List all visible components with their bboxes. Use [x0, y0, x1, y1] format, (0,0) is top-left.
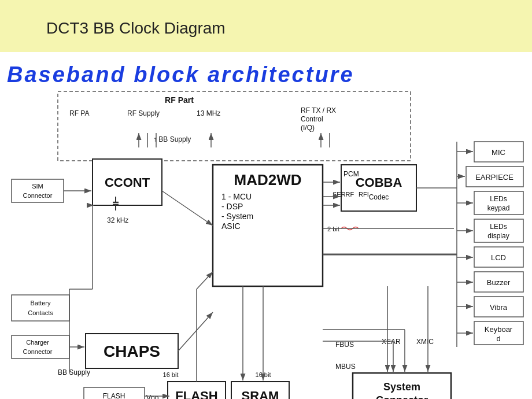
keyboard-label2: d — [496, 334, 500, 343]
32khz-label: 32 kHz — [107, 216, 128, 224]
keyboard-label1: Keyboar — [485, 325, 513, 334]
bb-supply-bottom-label: BB Supply — [58, 368, 90, 376]
lcd-label: LCD — [491, 253, 506, 262]
chaps-label: CHAPS — [104, 342, 160, 360]
xmic-label: XMIC — [416, 338, 434, 346]
mad2wd-sub3: - System — [221, 212, 253, 221]
sim-connector-label1: SIM — [32, 183, 43, 190]
xear-label: XEAR — [382, 338, 401, 346]
leds-display-label2: display — [487, 232, 509, 240]
ccont-label: CCONT — [105, 175, 150, 190]
flash-label: FLASH — [175, 389, 217, 399]
13mhz-label: 13 MHz — [197, 109, 220, 117]
header: DCT3 BB Clock Diagram — [0, 0, 532, 52]
leds-keypad-label1: LEDs — [490, 195, 507, 203]
diagram-area: Baseband block architecture RF Part RF P… — [0, 52, 532, 399]
bb-supply-rf-label: ↑ BB Supply — [153, 135, 191, 143]
sram-label: SRAM — [242, 389, 279, 399]
sim-connector-label2: Connector — [23, 192, 53, 199]
mic-label: MIC — [492, 148, 505, 157]
page-title: DCT3 BB Clock Diagram — [46, 19, 226, 38]
rftxrx-label2: Control — [301, 115, 323, 123]
earpiece-label: EARPIECE — [475, 173, 513, 182]
2bit-label: 2 bit — [327, 226, 339, 232]
flash-protection-label1: FLASH — [103, 392, 125, 399]
mad2wd-sub1: 1 - MCU — [221, 192, 252, 201]
buzzer-label: Buzzer — [487, 278, 511, 287]
mbus-label: MBUS — [335, 363, 356, 371]
cobba-label: COBBA — [356, 175, 402, 190]
battery-contacts-box — [12, 295, 69, 321]
system-connector-label2: Connector — [376, 394, 428, 399]
rf-supply-label: RF Supply — [127, 109, 160, 117]
mad2wd-sub2: - DSP — [221, 202, 243, 211]
rfi-label: RFI — [359, 191, 369, 198]
battery-contacts-label2: Contacts — [28, 309, 53, 316]
rf-pa-label: RF PA — [69, 109, 89, 117]
rf-part-label: RF Part — [165, 95, 194, 105]
rftxrx-label3: (I/Q) — [301, 124, 315, 132]
diagram-svg: Baseband block architecture RF Part RF P… — [0, 52, 532, 399]
rftxrx-label: RF TX / RX — [301, 106, 336, 114]
mad2wd-label: MAD2WD — [234, 171, 302, 189]
16bit-left-label: 16 bit — [163, 371, 179, 378]
cobba-codec: Codec — [369, 193, 389, 201]
charger-connector-label2: Connector — [23, 348, 53, 355]
bb-architecture-title: Baseband block architecture — [7, 62, 354, 87]
pcm-label: PCM — [343, 170, 359, 178]
battery-contacts-label1: Battery — [31, 300, 51, 306]
vibra-label: Vibra — [490, 303, 508, 312]
leds-display-label1: LEDs — [490, 223, 507, 231]
leds-keypad-label2: keypad — [487, 204, 510, 212]
charger-connector-label1: Charger — [26, 339, 49, 346]
fbus-label: FBUS — [335, 341, 354, 349]
system-connector-label1: System — [383, 381, 420, 393]
mad2wd-sub4: ASIC — [221, 221, 241, 231]
